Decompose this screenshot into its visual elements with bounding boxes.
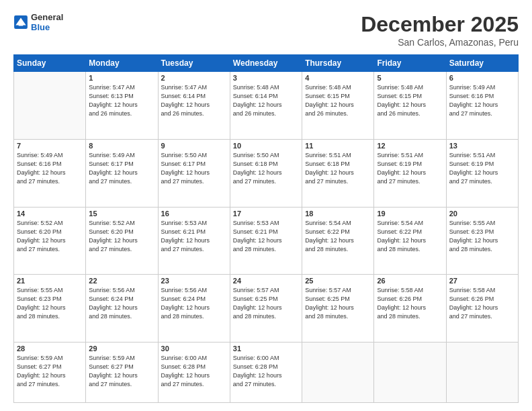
weekday-sunday: Sunday — [14, 55, 86, 72]
day-number: 17 — [233, 210, 299, 218]
day-number: 26 — [377, 277, 443, 285]
day-detail: Sunrise: 5:51 AM Sunset: 6:19 PM Dayligh… — [449, 151, 515, 186]
week-row-5: 28Sunrise: 5:59 AM Sunset: 6:27 PM Dayli… — [14, 342, 519, 403]
calendar-cell: 21Sunrise: 5:55 AM Sunset: 6:23 PM Dayli… — [14, 275, 86, 342]
day-detail: Sunrise: 5:47 AM Sunset: 6:14 PM Dayligh… — [161, 83, 227, 118]
day-detail: Sunrise: 5:48 AM Sunset: 6:15 PM Dayligh… — [305, 83, 371, 118]
day-number: 8 — [89, 142, 154, 150]
calendar-cell: 24Sunrise: 5:57 AM Sunset: 6:25 PM Dayli… — [230, 275, 302, 342]
day-detail: Sunrise: 5:51 AM Sunset: 6:18 PM Dayligh… — [305, 151, 371, 186]
day-detail: Sunrise: 5:49 AM Sunset: 6:17 PM Dayligh… — [89, 151, 154, 186]
day-number: 24 — [233, 277, 299, 285]
calendar-cell: 23Sunrise: 5:56 AM Sunset: 6:24 PM Dayli… — [158, 275, 230, 342]
calendar-cell: 11Sunrise: 5:51 AM Sunset: 6:18 PM Dayli… — [302, 139, 374, 207]
day-number: 16 — [161, 210, 227, 218]
day-detail: Sunrise: 5:53 AM Sunset: 6:21 PM Dayligh… — [161, 219, 227, 254]
day-number: 12 — [377, 142, 443, 150]
weekday-tuesday: Tuesday — [158, 55, 230, 72]
weekday-saturday: Saturday — [446, 55, 518, 72]
calendar-cell: 20Sunrise: 5:55 AM Sunset: 6:23 PM Dayli… — [446, 207, 518, 275]
day-number: 25 — [305, 277, 371, 285]
calendar-cell: 19Sunrise: 5:54 AM Sunset: 6:22 PM Dayli… — [374, 207, 446, 275]
day-detail: Sunrise: 5:53 AM Sunset: 6:21 PM Dayligh… — [233, 219, 299, 254]
day-detail: Sunrise: 5:56 AM Sunset: 6:24 PM Dayligh… — [89, 286, 154, 321]
weekday-friday: Friday — [374, 55, 446, 72]
calendar-cell: 12Sunrise: 5:51 AM Sunset: 6:19 PM Dayli… — [374, 139, 446, 207]
title-block: December 2025 San Carlos, Amazonas, Peru — [361, 12, 519, 48]
calendar-cell: 22Sunrise: 5:56 AM Sunset: 6:24 PM Dayli… — [86, 275, 158, 342]
day-number: 30 — [161, 345, 227, 353]
calendar-cell: 2Sunrise: 5:47 AM Sunset: 6:14 PM Daylig… — [158, 72, 230, 140]
calendar-cell — [374, 342, 446, 403]
day-number: 6 — [449, 74, 515, 82]
day-detail: Sunrise: 5:50 AM Sunset: 6:17 PM Dayligh… — [161, 151, 227, 186]
day-number: 18 — [305, 210, 371, 218]
calendar-cell — [446, 342, 518, 403]
day-detail: Sunrise: 5:54 AM Sunset: 6:22 PM Dayligh… — [305, 219, 371, 254]
day-number: 23 — [161, 277, 227, 285]
day-number: 28 — [17, 345, 83, 353]
calendar-cell: 28Sunrise: 5:59 AM Sunset: 6:27 PM Dayli… — [14, 342, 86, 403]
day-number: 20 — [449, 210, 515, 218]
calendar-cell: 30Sunrise: 6:00 AM Sunset: 6:28 PM Dayli… — [158, 342, 230, 403]
calendar-cell: 25Sunrise: 5:57 AM Sunset: 6:25 PM Dayli… — [302, 275, 374, 342]
day-number: 5 — [377, 74, 443, 82]
calendar-cell: 3Sunrise: 5:48 AM Sunset: 6:14 PM Daylig… — [230, 72, 302, 140]
day-detail: Sunrise: 5:52 AM Sunset: 6:20 PM Dayligh… — [17, 219, 83, 254]
week-row-2: 7Sunrise: 5:49 AM Sunset: 6:16 PM Daylig… — [14, 139, 519, 207]
calendar-cell: 17Sunrise: 5:53 AM Sunset: 6:21 PM Dayli… — [230, 207, 302, 275]
weekday-monday: Monday — [86, 55, 158, 72]
day-number: 29 — [89, 345, 154, 353]
day-number: 2 — [161, 74, 227, 82]
calendar-cell: 1Sunrise: 5:47 AM Sunset: 6:13 PM Daylig… — [86, 72, 158, 140]
day-detail: Sunrise: 5:48 AM Sunset: 6:15 PM Dayligh… — [377, 83, 443, 118]
calendar-cell: 4Sunrise: 5:48 AM Sunset: 6:15 PM Daylig… — [302, 72, 374, 140]
day-detail: Sunrise: 5:54 AM Sunset: 6:22 PM Dayligh… — [377, 219, 443, 254]
calendar-cell: 18Sunrise: 5:54 AM Sunset: 6:22 PM Dayli… — [302, 207, 374, 275]
week-row-1: 1Sunrise: 5:47 AM Sunset: 6:13 PM Daylig… — [14, 72, 519, 140]
week-row-4: 21Sunrise: 5:55 AM Sunset: 6:23 PM Dayli… — [14, 275, 519, 342]
weekday-thursday: Thursday — [302, 55, 374, 72]
calendar-cell: 27Sunrise: 5:58 AM Sunset: 6:26 PM Dayli… — [446, 275, 518, 342]
calendar-cell: 10Sunrise: 5:50 AM Sunset: 6:18 PM Dayli… — [230, 139, 302, 207]
calendar-body: 1Sunrise: 5:47 AM Sunset: 6:13 PM Daylig… — [14, 72, 519, 403]
logo: General Blue — [13, 12, 63, 32]
day-detail: Sunrise: 5:52 AM Sunset: 6:20 PM Dayligh… — [89, 219, 154, 254]
page: General Blue December 2025 San Carlos, A… — [0, 0, 532, 411]
day-detail: Sunrise: 5:51 AM Sunset: 6:19 PM Dayligh… — [377, 151, 443, 186]
day-detail: Sunrise: 5:49 AM Sunset: 6:16 PM Dayligh… — [449, 83, 515, 118]
month-title: December 2025 — [361, 12, 519, 37]
svg-rect-2 — [19, 23, 24, 26]
weekday-header: SundayMondayTuesdayWednesdayThursdayFrid… — [14, 55, 519, 72]
day-detail: Sunrise: 5:58 AM Sunset: 6:26 PM Dayligh… — [449, 286, 515, 321]
day-detail: Sunrise: 5:55 AM Sunset: 6:23 PM Dayligh… — [449, 219, 515, 254]
logo-icon — [13, 15, 28, 30]
calendar-cell: 5Sunrise: 5:48 AM Sunset: 6:15 PM Daylig… — [374, 72, 446, 140]
day-number: 19 — [377, 210, 443, 218]
calendar-cell: 31Sunrise: 6:00 AM Sunset: 6:28 PM Dayli… — [230, 342, 302, 403]
calendar-cell: 8Sunrise: 5:49 AM Sunset: 6:17 PM Daylig… — [86, 139, 158, 207]
day-number: 14 — [17, 210, 83, 218]
day-number: 3 — [233, 74, 299, 82]
calendar-cell — [302, 342, 374, 403]
day-detail: Sunrise: 5:55 AM Sunset: 6:23 PM Dayligh… — [17, 286, 83, 321]
header: General Blue December 2025 San Carlos, A… — [13, 12, 519, 48]
day-detail: Sunrise: 5:49 AM Sunset: 6:16 PM Dayligh… — [17, 151, 83, 186]
day-number: 1 — [89, 74, 154, 82]
day-number: 15 — [89, 210, 154, 218]
day-detail: Sunrise: 6:00 AM Sunset: 6:28 PM Dayligh… — [233, 354, 299, 389]
day-number: 11 — [305, 142, 371, 150]
calendar-cell: 14Sunrise: 5:52 AM Sunset: 6:20 PM Dayli… — [14, 207, 86, 275]
day-number: 4 — [305, 74, 371, 82]
day-number: 10 — [233, 142, 299, 150]
calendar-cell: 7Sunrise: 5:49 AM Sunset: 6:16 PM Daylig… — [14, 139, 86, 207]
day-number: 21 — [17, 277, 83, 285]
day-number: 13 — [449, 142, 515, 150]
day-detail: Sunrise: 5:50 AM Sunset: 6:18 PM Dayligh… — [233, 151, 299, 186]
day-detail: Sunrise: 6:00 AM Sunset: 6:28 PM Dayligh… — [161, 354, 227, 389]
calendar-cell: 26Sunrise: 5:58 AM Sunset: 6:26 PM Dayli… — [374, 275, 446, 342]
calendar-cell: 15Sunrise: 5:52 AM Sunset: 6:20 PM Dayli… — [86, 207, 158, 275]
calendar: SundayMondayTuesdayWednesdayThursdayFrid… — [13, 54, 519, 403]
day-detail: Sunrise: 5:57 AM Sunset: 6:25 PM Dayligh… — [305, 286, 371, 321]
calendar-cell: 9Sunrise: 5:50 AM Sunset: 6:17 PM Daylig… — [158, 139, 230, 207]
